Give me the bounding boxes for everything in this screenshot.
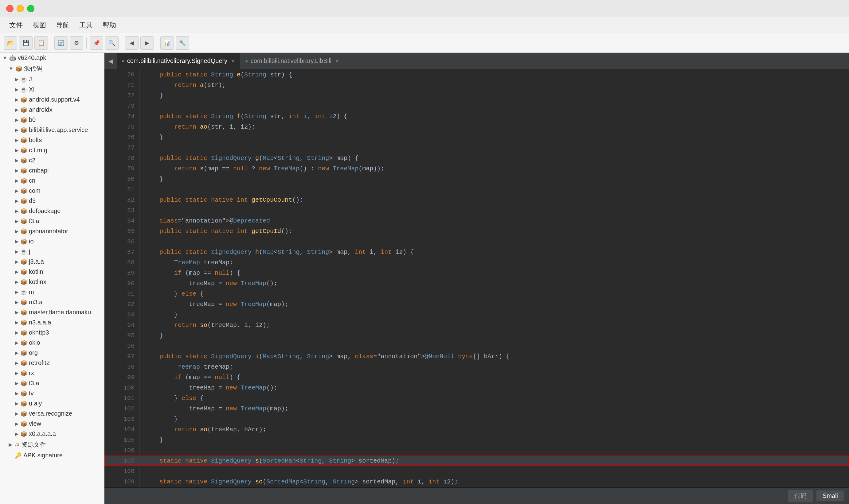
menu-item-文件[interactable]: 文件 xyxy=(5,19,27,32)
settings-button[interactable]: 🔧 xyxy=(176,36,189,50)
sidebar-item-kotlin[interactable]: ▶📦kotlin xyxy=(0,267,104,277)
line-number: 75 xyxy=(104,122,139,132)
folder-icon: 📦 xyxy=(20,309,27,316)
table-row: 102 treeMap = new TreeMap(map); xyxy=(104,403,849,414)
tab-back-button[interactable]: ◀ xyxy=(104,53,117,69)
back-button[interactable]: ◀ xyxy=(125,36,139,50)
folder-icon: 📦 xyxy=(20,107,27,113)
menu-item-视图[interactable]: 视图 xyxy=(28,19,50,32)
search-button[interactable]: 🔍 xyxy=(105,36,119,50)
sidebar-item-u-aly[interactable]: ▶📦u.aly xyxy=(0,398,104,409)
sidebar-item-m[interactable]: ▶☕m xyxy=(0,287,104,297)
sidebar-item-rx[interactable]: ▶📦rx xyxy=(0,368,104,378)
menu-item-导航[interactable]: 导航 xyxy=(52,19,74,32)
maximize-button[interactable] xyxy=(27,5,34,12)
chevron-icon: ▶ xyxy=(15,178,18,183)
sidebar-item-n3-a-a-a[interactable]: ▶📦n3.a.a.a xyxy=(0,318,104,327)
minimize-button[interactable] xyxy=(17,5,24,12)
log-button[interactable]: 📊 xyxy=(160,36,174,50)
table-row: 84 class="annotation">@Deprecated xyxy=(104,215,849,226)
chevron-icon: ▶ xyxy=(15,279,18,285)
tab-close-button[interactable]: ✕ xyxy=(335,58,339,64)
sidebar-item-label: tv xyxy=(29,390,34,397)
code-line-content: static native SignedQuery s(SortedMap<St… xyxy=(139,455,849,466)
sidebar-item-XI[interactable]: ▶☕XI xyxy=(0,85,104,94)
code-line-content xyxy=(139,466,849,476)
sidebar-item-tv[interactable]: ▶📦tv xyxy=(0,388,104,398)
sidebar-item-J[interactable]: ▶☕J xyxy=(0,74,104,85)
decompile-button[interactable]: ⚙ xyxy=(70,36,83,50)
code-line-content: } xyxy=(139,414,849,424)
close-button[interactable] xyxy=(6,5,14,12)
open-file-button[interactable]: 📂 xyxy=(4,36,17,50)
folder-icon: 📦 xyxy=(20,127,27,133)
sidebar-item-资源文件[interactable]: ▶🗂资源文件 xyxy=(0,439,104,450)
tab-close-button[interactable]: ✕ xyxy=(231,58,235,64)
sidebar-item-label: view xyxy=(29,420,41,427)
sidebar-item-android-support-v4[interactable]: ▶📦android.support.v4 xyxy=(0,94,104,105)
sidebar-item-label: org xyxy=(29,349,38,356)
tab-tab1[interactable]: ●com.bilibili.nativelibrary.SignedQuery✕ xyxy=(117,53,240,69)
sidebar-item-versa-recognize[interactable]: ▶📦versa.recognize xyxy=(0,409,104,419)
folder-icon: 📦 xyxy=(20,96,27,103)
chevron-icon: ▶ xyxy=(15,167,18,174)
code-area[interactable]: 70 public static String e(String str) {7… xyxy=(104,69,849,487)
sidebar-item-j[interactable]: ▶☕j xyxy=(0,247,104,257)
table-row: 74 public static String f(String str, in… xyxy=(104,111,849,122)
sidebar-item-x0-a-a-a-a[interactable]: ▶📦x0.a.a.a.a xyxy=(0,429,104,439)
sidebar-item-io[interactable]: ▶📦io xyxy=(0,236,104,247)
save-all-button[interactable]: 📋 xyxy=(34,36,48,50)
sidebar-item-b0[interactable]: ▶📦b0 xyxy=(0,115,104,125)
menu-item-工具[interactable]: 工具 xyxy=(75,19,97,32)
sep1 xyxy=(51,37,51,49)
sync-button[interactable]: 🔄 xyxy=(54,36,68,50)
sidebar-item-c-t-m-g[interactable]: ▶📦c.t.m.g xyxy=(0,145,104,155)
sidebar-item-kotlinx[interactable]: ▶📦kotlinx xyxy=(0,277,104,287)
code-panel: ◀ ●com.bilibili.nativelibrary.SignedQuer… xyxy=(104,53,849,504)
folder-icon: 📦 xyxy=(20,269,27,275)
sidebar-item-f3-a[interactable]: ▶📦f3.a xyxy=(0,216,104,226)
chevron-icon: ▶ xyxy=(15,269,18,275)
sidebar-item-org[interactable]: ▶📦org xyxy=(0,348,104,358)
table-row: 107 static native SignedQuery s(SortedMa… xyxy=(104,455,849,466)
sidebar-item-t3-a[interactable]: ▶📦t3.a xyxy=(0,378,104,388)
pin-button[interactable]: 📌 xyxy=(90,36,103,50)
chevron-icon: ▶ xyxy=(15,380,18,386)
sidebar-item-retrofit2[interactable]: ▶📦retrofit2 xyxy=(0,358,104,368)
sidebar-item-m3-a[interactable]: ▶📦m3.a xyxy=(0,297,104,307)
folder-icon: 📦 xyxy=(20,380,27,387)
bottom-tab-代码[interactable]: 代码 xyxy=(788,490,813,502)
line-number: 101 xyxy=(104,393,139,403)
sidebar-item-源代码[interactable]: ▼📦源代码 xyxy=(0,63,104,74)
sidebar-item-com[interactable]: ▶📦com xyxy=(0,186,104,196)
save-button[interactable]: 💾 xyxy=(19,36,33,50)
sidebar-item-androidx[interactable]: ▶📦androidx xyxy=(0,105,104,115)
tab-tab2[interactable]: ●com.bilibili.nativelibrary.LibBili✕ xyxy=(240,53,344,69)
sidebar-item-gsonannotator[interactable]: ▶📦gsonannotator xyxy=(0,226,104,236)
sep2 xyxy=(86,37,87,49)
sidebar-item-okhttp3[interactable]: ▶📦okhttp3 xyxy=(0,327,104,338)
sidebar-item-d3[interactable]: ▶📦d3 xyxy=(0,196,104,206)
sidebar-item-master-flame-danmaku[interactable]: ▶📦master.flame.danmaku xyxy=(0,307,104,318)
code-line-content: } xyxy=(139,309,849,320)
titlebar xyxy=(0,0,849,17)
sidebar-item-defpackage[interactable]: ▶📦defpackage xyxy=(0,206,104,216)
sidebar-item-c2[interactable]: ▶📦c2 xyxy=(0,155,104,165)
bottom-tab-Smali[interactable]: Smali xyxy=(816,490,844,501)
sidebar-item-view[interactable]: ▶📦view xyxy=(0,419,104,429)
menu-item-帮助[interactable]: 帮助 xyxy=(98,19,120,32)
sidebar-item-cmbapi[interactable]: ▶📦cmbapi xyxy=(0,165,104,176)
forward-button[interactable]: ▶ xyxy=(140,36,154,50)
sidebar[interactable]: ▼🤖v6240.apk▼📦源代码▶☕J▶☕XI▶📦android.support… xyxy=(0,53,104,504)
sidebar-item-v6240-apk[interactable]: ▼🤖v6240.apk xyxy=(0,53,104,63)
sidebar-item-bilibili-live-app-service[interactable]: ▶📦bilibili.live.app.service xyxy=(0,125,104,135)
table-row: 76 } xyxy=(104,132,849,142)
sidebar-item-cn[interactable]: ▶📦cn xyxy=(0,176,104,186)
sidebar-item-APK signature[interactable]: 🔑APK signature xyxy=(0,450,104,461)
folder-icon: 📦 xyxy=(20,177,27,184)
sidebar-item-okio[interactable]: ▶📦okio xyxy=(0,338,104,348)
sidebar-item-label: 源代码 xyxy=(24,65,42,73)
sidebar-item-bolts[interactable]: ▶📦bolts xyxy=(0,135,104,145)
sidebar-item-j3-a-a[interactable]: ▶📦j3.a.a xyxy=(0,257,104,267)
folder-icon: 📦 xyxy=(20,228,27,235)
